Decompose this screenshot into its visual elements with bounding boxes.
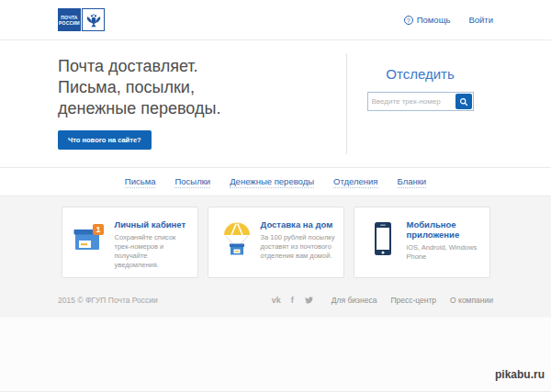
eagle-emblem-icon bbox=[82, 8, 105, 31]
card-description: Сохраняйте список трек-номеров и получай… bbox=[115, 233, 190, 270]
twitter-icon[interactable] bbox=[304, 296, 314, 305]
mailbox-badge-icon: 1 bbox=[73, 219, 109, 258]
footer: 2015 © ФГУП Почта России vk f Для бизнес… bbox=[58, 296, 493, 318]
facebook-icon[interactable]: f bbox=[291, 296, 294, 305]
main-nav: Письма Посылки Денежные переводы Отделен… bbox=[0, 167, 551, 196]
login-link[interactable]: Войти bbox=[468, 15, 493, 25]
search-icon bbox=[459, 97, 468, 106]
header: ПОЧТА РОССИИ ? bbox=[0, 0, 551, 40]
nav-item-forms[interactable]: Бланки bbox=[398, 176, 427, 188]
header-links: ? Помощь Войти bbox=[404, 15, 493, 25]
watermark: pikabu.ru bbox=[495, 368, 545, 381]
card-title[interactable]: Доставка на дом bbox=[261, 219, 336, 230]
footer-link-business[interactable]: Для бизнеса bbox=[332, 296, 377, 305]
pochta-logo[interactable]: ПОЧТА РОССИИ bbox=[58, 8, 105, 31]
hero-left: Почта доставляет. Письма, посылки, денеж… bbox=[58, 40, 346, 167]
track-search-button[interactable] bbox=[455, 94, 472, 109]
card-description: iOS, Android, Windows Phone bbox=[407, 243, 482, 262]
question-circle-icon: ? bbox=[404, 16, 413, 25]
card-description: За 100 рублей посылку доставят из почтов… bbox=[261, 233, 336, 261]
social-icons: vk f bbox=[272, 296, 314, 305]
copyright: 2015 © ФГУП Почта России bbox=[58, 296, 158, 305]
footer-links: vk f Для бизнеса Пресс-центр О компании bbox=[272, 296, 493, 305]
hero-heading-line3: денежные переводы. bbox=[58, 98, 346, 119]
footer-link-press[interactable]: Пресс-центр bbox=[390, 296, 436, 305]
smartphone-icon bbox=[365, 219, 401, 258]
card-title[interactable]: Мобильное приложение bbox=[407, 219, 482, 240]
card-mobile-app[interactable]: Мобильное приложение iOS, Android, Windo… bbox=[354, 207, 490, 278]
hero-heading-line2: Письма, посылки, bbox=[58, 77, 346, 98]
hero-heading: Почта доставляет. Письма, посылки, денеж… bbox=[58, 56, 346, 119]
card-personal-account[interactable]: 1 Личный кабинет Сохраняйте список трек-… bbox=[62, 207, 198, 278]
hero-heading-line1: Почта доставляет. bbox=[58, 56, 346, 77]
hero-section: Почта доставляет. Письма, посылки, денеж… bbox=[0, 40, 551, 167]
parachute-parcel-icon bbox=[219, 219, 255, 258]
tracking-widget: Отследить bbox=[347, 40, 493, 167]
card-title[interactable]: Личный кабинет bbox=[115, 219, 190, 230]
logo-wordmark: ПОЧТА РОССИИ bbox=[58, 8, 81, 31]
track-number-input[interactable] bbox=[369, 97, 455, 106]
vk-icon[interactable]: vk bbox=[272, 296, 281, 305]
nav-item-money-transfers[interactable]: Денежные переводы bbox=[230, 176, 314, 188]
features-section: 1 Личный кабинет Сохраняйте список трек-… bbox=[0, 196, 551, 318]
nav-item-letters[interactable]: Письма bbox=[125, 176, 156, 188]
track-input-wrap bbox=[367, 92, 474, 111]
nav-item-parcels[interactable]: Посылки bbox=[174, 176, 210, 188]
logo-line2: РОССИИ bbox=[59, 20, 80, 26]
track-title: Отследить bbox=[386, 66, 454, 82]
feature-cards: 1 Личный кабинет Сохраняйте список трек-… bbox=[0, 207, 551, 278]
nav-item-offices[interactable]: Отделения bbox=[333, 176, 377, 188]
bottom-area: pikabu.ru bbox=[0, 318, 551, 391]
help-label: Помощь bbox=[417, 15, 451, 25]
pochta-homepage: ПОЧТА РОССИИ ? bbox=[0, 0, 551, 392]
whats-new-button[interactable]: Что нового на сайте? bbox=[58, 130, 152, 150]
badge-count: 1 bbox=[96, 225, 100, 234]
footer-link-about[interactable]: О компании bbox=[450, 296, 493, 305]
help-link[interactable]: ? Помощь bbox=[404, 15, 451, 25]
card-home-delivery[interactable]: Доставка на дом За 100 рублей посылку до… bbox=[208, 207, 344, 278]
